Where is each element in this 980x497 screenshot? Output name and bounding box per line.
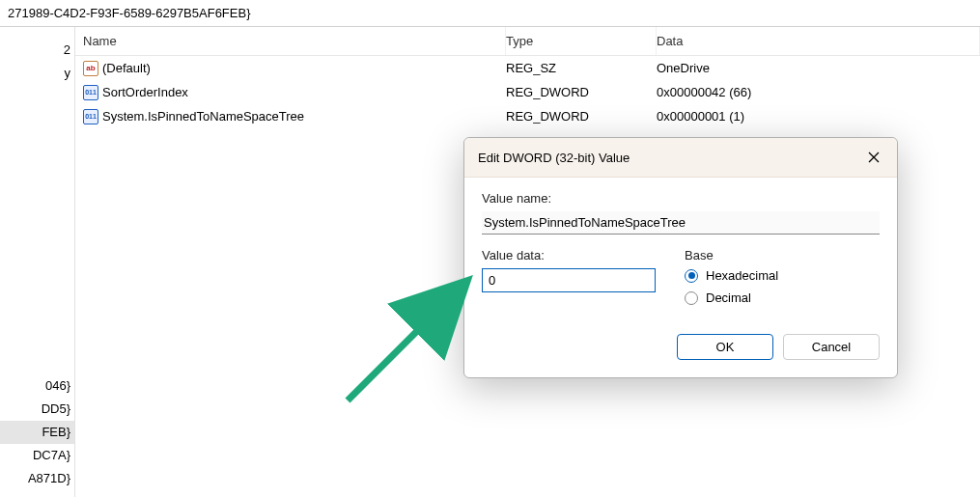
value-data: 0x00000001 (1) [657, 109, 980, 124]
address-text: 271989-C4D2-F93F-6589-6297B5AF6FEB} [8, 6, 250, 20]
radio-label: Decimal [706, 290, 751, 305]
radio-decimal[interactable]: Decimal [685, 290, 880, 305]
header-name[interactable]: Name [75, 27, 506, 55]
sidebar-item[interactable]: 046} [0, 374, 74, 398]
base-label: Base [685, 248, 880, 262]
table-row[interactable]: 011 System.IsPinnedToNameSpaceTree REG_D… [75, 104, 980, 128]
sidebar-item[interactable]: A871D} [0, 467, 74, 490]
reg-dword-icon: 011 [83, 85, 98, 100]
value-name-field[interactable] [482, 211, 880, 235]
value-name: SortOrderIndex [102, 85, 188, 99]
radio-label: Hexadecimal [706, 268, 778, 283]
close-icon [868, 152, 880, 163]
dialog-title: Edit DWORD (32-bit) Value [478, 151, 630, 165]
value-data-label: Value data: [482, 248, 656, 262]
value-data-input[interactable] [482, 268, 656, 292]
reg-dword-icon: 011 [83, 109, 98, 124]
value-data: 0x00000042 (66) [657, 85, 980, 99]
radio-icon-checked [685, 269, 698, 283]
table-row[interactable]: 011 SortOrderIndex REG_DWORD 0x00000042 … [75, 80, 980, 104]
edit-dword-dialog: Edit DWORD (32-bit) Value Value name: Va… [463, 137, 898, 378]
value-type: REG_DWORD [506, 85, 657, 99]
value-name: System.IsPinnedToNameSpaceTree [102, 109, 304, 124]
table-row[interactable]: ab (Default) REG_SZ OneDrive [75, 56, 980, 80]
dialog-header[interactable]: Edit DWORD (32-bit) Value [464, 138, 897, 178]
radio-icon-unchecked [685, 291, 698, 305]
dialog-footer: OK Cancel [464, 320, 897, 377]
value-name: (Default) [102, 61, 151, 75]
sidebar-item[interactable]: y [0, 62, 74, 85]
sidebar-item[interactable]: DC7A} [0, 444, 74, 467]
sidebar-item-selected[interactable]: FEB} [0, 421, 74, 444]
address-bar[interactable]: 271989-C4D2-F93F-6589-6297B5AF6FEB} [0, 0, 980, 27]
dialog-body: Value name: Value data: Base Hexadecimal… [464, 178, 897, 320]
header-type[interactable]: Type [506, 27, 657, 55]
close-button[interactable] [864, 148, 883, 167]
list-header[interactable]: Name Type Data [75, 27, 980, 56]
value-data: OneDrive [657, 61, 980, 75]
sidebar-item[interactable]: DD5} [0, 398, 74, 421]
sidebar-item[interactable]: 2 [0, 39, 74, 62]
reg-sz-icon: ab [83, 61, 98, 76]
radio-hexadecimal[interactable]: Hexadecimal [685, 268, 880, 283]
tree-sidebar[interactable]: 2 y 046} DD5} FEB} DC7A} A871D} 8C9-F3C … [0, 27, 75, 497]
sidebar-item[interactable]: 8C9-F3C [0, 490, 74, 497]
value-type: REG_SZ [506, 61, 657, 75]
value-name-label: Value name: [482, 191, 880, 206]
ok-button[interactable]: OK [677, 334, 773, 360]
value-type: REG_DWORD [506, 109, 657, 124]
header-data[interactable]: Data [657, 27, 980, 55]
sidebar-spacer [0, 85, 74, 374]
cancel-button[interactable]: Cancel [783, 334, 880, 360]
